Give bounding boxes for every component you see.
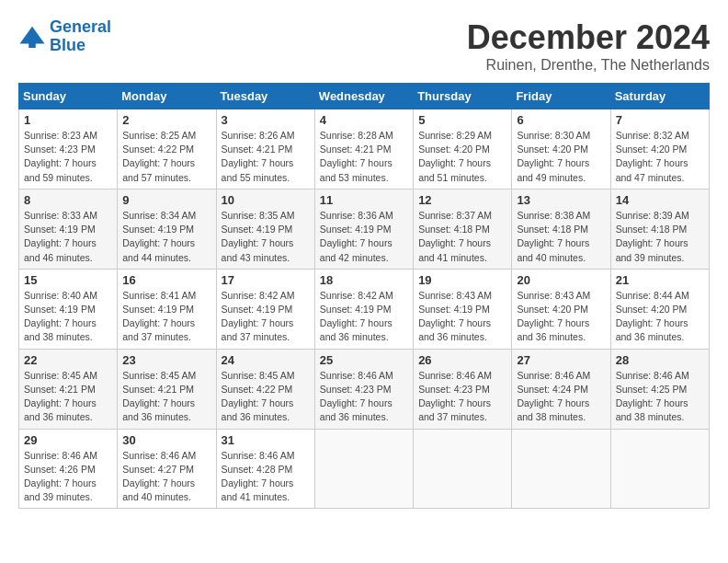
calendar-cell: 12Sunrise: 8:37 AMSunset: 4:18 PMDayligh… (414, 189, 512, 269)
day-number: 4 (320, 113, 408, 127)
day-number: 27 (517, 353, 605, 367)
calendar-cell: 13Sunrise: 8:38 AMSunset: 4:18 PMDayligh… (512, 189, 610, 269)
title-block: December 2024 Ruinen, Drenthe, The Nethe… (467, 18, 710, 74)
month-title: December 2024 (467, 18, 710, 57)
day-info: Sunrise: 8:42 AMSunset: 4:19 PMDaylight:… (320, 289, 408, 345)
calendar-cell: 27Sunrise: 8:46 AMSunset: 4:24 PMDayligh… (512, 349, 610, 429)
calendar-header-row: SundayMondayTuesdayWednesdayThursdayFrid… (19, 84, 710, 109)
day-number: 12 (418, 193, 506, 207)
day-info: Sunrise: 8:45 AMSunset: 4:21 PMDaylight:… (24, 369, 112, 425)
calendar-cell: 24Sunrise: 8:45 AMSunset: 4:22 PMDayligh… (216, 349, 314, 429)
logo-line1: General (50, 17, 111, 36)
day-number: 8 (24, 193, 112, 207)
day-number: 3 (222, 113, 310, 127)
day-info: Sunrise: 8:43 AMSunset: 4:19 PMDaylight:… (418, 289, 506, 345)
day-info: Sunrise: 8:43 AMSunset: 4:20 PMDaylight:… (517, 289, 605, 345)
calendar-cell: 6Sunrise: 8:30 AMSunset: 4:20 PMDaylight… (512, 109, 610, 190)
calendar-cell: 15Sunrise: 8:40 AMSunset: 4:19 PMDayligh… (19, 269, 118, 349)
calendar-cell: 20Sunrise: 8:43 AMSunset: 4:20 PMDayligh… (512, 269, 610, 349)
day-header: Saturday (610, 84, 709, 109)
day-info: Sunrise: 8:30 AMSunset: 4:20 PMDaylight:… (517, 129, 605, 185)
day-header: Thursday (414, 84, 512, 109)
day-info: Sunrise: 8:25 AMSunset: 4:22 PMDaylight:… (122, 129, 210, 185)
day-number: 9 (122, 193, 210, 207)
day-number: 10 (222, 193, 310, 207)
calendar-cell: 9Sunrise: 8:34 AMSunset: 4:19 PMDaylight… (118, 189, 216, 269)
svg-rect-1 (28, 42, 36, 48)
day-info: Sunrise: 8:39 AMSunset: 4:18 PMDaylight:… (616, 209, 704, 265)
calendar-cell: 8Sunrise: 8:33 AMSunset: 4:19 PMDaylight… (19, 189, 118, 269)
calendar-cell: 25Sunrise: 8:46 AMSunset: 4:23 PMDayligh… (314, 349, 413, 429)
day-header: Tuesday (216, 84, 314, 109)
calendar-cell: 3Sunrise: 8:26 AMSunset: 4:21 PMDaylight… (216, 109, 314, 190)
day-info: Sunrise: 8:41 AMSunset: 4:19 PMDaylight:… (122, 289, 210, 345)
day-info: Sunrise: 8:46 AMSunset: 4:25 PMDaylight:… (616, 369, 704, 425)
day-number: 25 (320, 353, 408, 367)
day-info: Sunrise: 8:33 AMSunset: 4:19 PMDaylight:… (24, 209, 112, 265)
calendar-cell: 2Sunrise: 8:25 AMSunset: 4:22 PMDaylight… (118, 109, 216, 190)
calendar-cell: 16Sunrise: 8:41 AMSunset: 4:19 PMDayligh… (118, 269, 216, 349)
day-info: Sunrise: 8:42 AMSunset: 4:19 PMDaylight:… (222, 289, 310, 345)
day-number: 2 (122, 113, 210, 127)
day-number: 7 (616, 113, 704, 127)
day-info: Sunrise: 8:26 AMSunset: 4:21 PMDaylight:… (222, 129, 310, 185)
day-number: 1 (24, 113, 112, 127)
calendar-cell: 1Sunrise: 8:23 AMSunset: 4:23 PMDaylight… (19, 109, 118, 190)
logo-line2: Blue (50, 36, 85, 54)
calendar-cell: 17Sunrise: 8:42 AMSunset: 4:19 PMDayligh… (216, 269, 314, 349)
calendar-cell (610, 429, 709, 509)
calendar-cell (512, 429, 610, 509)
day-header: Sunday (19, 84, 118, 109)
day-info: Sunrise: 8:37 AMSunset: 4:18 PMDaylight:… (418, 209, 506, 265)
day-info: Sunrise: 8:35 AMSunset: 4:19 PMDaylight:… (222, 209, 310, 265)
day-number: 20 (517, 273, 605, 287)
day-info: Sunrise: 8:46 AMSunset: 4:23 PMDaylight:… (418, 369, 506, 425)
day-info: Sunrise: 8:23 AMSunset: 4:23 PMDaylight:… (24, 129, 112, 185)
day-number: 31 (222, 433, 310, 447)
calendar-cell: 21Sunrise: 8:44 AMSunset: 4:20 PMDayligh… (610, 269, 709, 349)
day-info: Sunrise: 8:44 AMSunset: 4:20 PMDaylight:… (616, 289, 704, 345)
day-header: Monday (118, 84, 216, 109)
day-info: Sunrise: 8:46 AMSunset: 4:24 PMDaylight:… (517, 369, 605, 425)
calendar-week-row: 1Sunrise: 8:23 AMSunset: 4:23 PMDaylight… (19, 109, 710, 190)
calendar-week-row: 29Sunrise: 8:46 AMSunset: 4:26 PMDayligh… (19, 429, 710, 509)
calendar-cell: 18Sunrise: 8:42 AMSunset: 4:19 PMDayligh… (314, 269, 413, 349)
calendar-cell: 11Sunrise: 8:36 AMSunset: 4:19 PMDayligh… (314, 189, 413, 269)
day-info: Sunrise: 8:46 AMSunset: 4:23 PMDaylight:… (320, 369, 408, 425)
day-number: 24 (222, 353, 310, 367)
calendar-cell: 30Sunrise: 8:46 AMSunset: 4:27 PMDayligh… (118, 429, 216, 509)
calendar-cell: 19Sunrise: 8:43 AMSunset: 4:19 PMDayligh… (414, 269, 512, 349)
day-number: 13 (517, 193, 605, 207)
day-number: 19 (418, 273, 506, 287)
day-number: 14 (616, 193, 704, 207)
day-number: 26 (418, 353, 506, 367)
day-number: 23 (122, 353, 210, 367)
calendar-cell: 4Sunrise: 8:28 AMSunset: 4:21 PMDaylight… (314, 109, 413, 190)
day-number: 16 (122, 273, 210, 287)
day-number: 18 (320, 273, 408, 287)
day-number: 28 (616, 353, 704, 367)
calendar-cell: 26Sunrise: 8:46 AMSunset: 4:23 PMDayligh… (414, 349, 512, 429)
calendar-cell: 5Sunrise: 8:29 AMSunset: 4:20 PMDaylight… (414, 109, 512, 190)
day-number: 15 (24, 273, 112, 287)
calendar-cell: 23Sunrise: 8:45 AMSunset: 4:21 PMDayligh… (118, 349, 216, 429)
calendar-cell: 7Sunrise: 8:32 AMSunset: 4:20 PMDaylight… (610, 109, 709, 190)
logo-text: General Blue (50, 18, 111, 55)
day-number: 17 (222, 273, 310, 287)
day-info: Sunrise: 8:32 AMSunset: 4:20 PMDaylight:… (616, 129, 704, 185)
day-info: Sunrise: 8:45 AMSunset: 4:22 PMDaylight:… (222, 369, 310, 425)
day-info: Sunrise: 8:46 AMSunset: 4:26 PMDaylight:… (24, 449, 112, 505)
day-number: 30 (122, 433, 210, 447)
calendar-cell: 31Sunrise: 8:46 AMSunset: 4:28 PMDayligh… (216, 429, 314, 509)
svg-marker-0 (20, 27, 45, 44)
logo: General Blue (18, 18, 111, 55)
day-number: 22 (24, 353, 112, 367)
calendar-cell: 28Sunrise: 8:46 AMSunset: 4:25 PMDayligh… (610, 349, 709, 429)
day-info: Sunrise: 8:46 AMSunset: 4:27 PMDaylight:… (122, 449, 210, 505)
location-title: Ruinen, Drenthe, The Netherlands (467, 57, 710, 74)
calendar-cell: 14Sunrise: 8:39 AMSunset: 4:18 PMDayligh… (610, 189, 709, 269)
calendar-cell: 29Sunrise: 8:46 AMSunset: 4:26 PMDayligh… (19, 429, 118, 509)
calendar-cell: 22Sunrise: 8:45 AMSunset: 4:21 PMDayligh… (19, 349, 118, 429)
logo-icon (18, 23, 46, 51)
day-info: Sunrise: 8:29 AMSunset: 4:20 PMDaylight:… (418, 129, 506, 185)
